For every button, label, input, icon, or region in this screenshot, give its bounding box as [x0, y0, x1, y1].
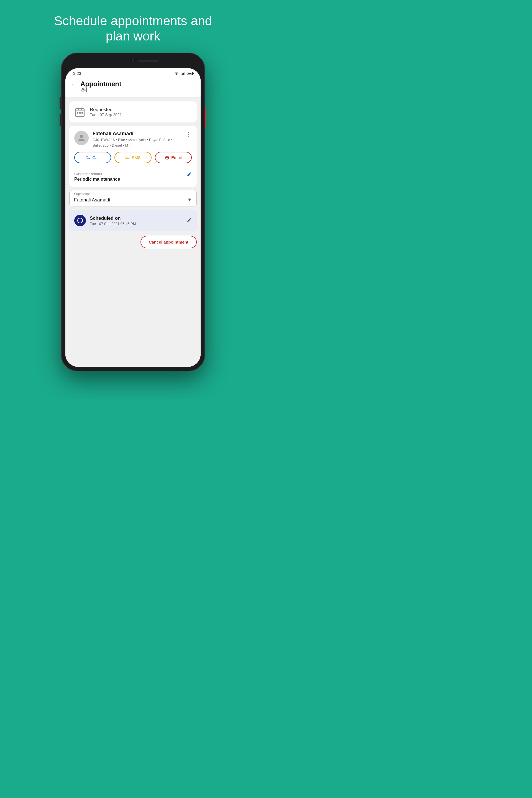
- cancel-section: Cancel appointment: [69, 235, 197, 250]
- svg-rect-4: [184, 72, 185, 75]
- scheduled-edit-button[interactable]: [187, 217, 192, 224]
- scheduled-date: Tue - 07 Sep 2021 05:46 PM: [90, 222, 183, 226]
- svg-point-0: [176, 74, 177, 75]
- supervisor-value: Fatehali Asamadi: [74, 197, 110, 203]
- email-button[interactable]: Email: [155, 152, 192, 163]
- app-bar: ← Appointment @4 ⋮: [65, 77, 201, 97]
- requested-card: Requested Tue - 07 Sep 2021: [69, 101, 197, 122]
- requested-date: Tue - 07 Sep 2021: [90, 113, 122, 117]
- customer-name: Fatehali Asamadi: [93, 131, 182, 137]
- sms-button[interactable]: SMS: [114, 152, 151, 163]
- power-button: [205, 108, 206, 128]
- call-button[interactable]: Call: [74, 152, 111, 163]
- battery-icon: [187, 72, 193, 75]
- scheduled-card: Scheduled on Tue - 07 Sep 2021 05:46 PM: [69, 210, 197, 231]
- supervisor-label: Supervisor: [74, 192, 192, 196]
- avatar: [74, 131, 89, 145]
- back-button[interactable]: ←: [71, 81, 77, 89]
- wifi-icon: [174, 72, 179, 75]
- svg-rect-1: [180, 74, 182, 75]
- avatar-icon: [78, 134, 86, 142]
- screen-content: Requested Tue - 07 Sep 2021: [65, 97, 201, 367]
- volume-down-button: [60, 114, 61, 126]
- volume-up-button: [60, 97, 61, 110]
- customer-card: Fatehali Asamadi GJ01FW4116 • Bike • Mot…: [69, 126, 197, 187]
- phone-body: 3:23: [61, 53, 205, 371]
- call-icon: [86, 155, 90, 160]
- customer-details: GJ01FW4116 • Bike • Motorcycle • Royal E…: [93, 137, 182, 148]
- sms-label: SMS: [132, 155, 141, 160]
- remark-value: Periodic maintenance: [74, 177, 120, 182]
- phone-screen: 3:23: [65, 68, 201, 367]
- status-icons: [174, 72, 193, 75]
- clock-icon: [77, 217, 83, 224]
- page-title: Appointment: [80, 80, 121, 88]
- page-subtitle: @4: [80, 88, 121, 93]
- requested-label: Requested: [90, 107, 122, 113]
- svg-rect-12: [127, 158, 128, 158]
- cancel-appointment-button[interactable]: Cancel appointment: [140, 236, 197, 248]
- svg-rect-2: [182, 73, 183, 75]
- phone-camera: [131, 58, 135, 61]
- dropdown-arrow-icon: ▼: [187, 197, 192, 203]
- phone-mockup: 3:23: [61, 53, 205, 371]
- svg-rect-10: [81, 112, 83, 114]
- scheduled-label: Scheduled on: [90, 215, 183, 221]
- more-menu-button[interactable]: ⋮: [189, 81, 195, 89]
- headline: Schedule appointments andplan work: [37, 0, 229, 53]
- supervisor-field[interactable]: Supervisor Fatehali Asamadi ▼: [69, 190, 197, 206]
- status-bar: 3:23: [65, 68, 201, 77]
- svg-rect-3: [183, 73, 184, 75]
- svg-rect-6: [78, 108, 79, 110]
- action-buttons: Call SMS: [74, 152, 192, 163]
- calendar-icon: [74, 107, 86, 117]
- remark-edit-button[interactable]: [187, 172, 192, 178]
- svg-rect-7: [81, 108, 82, 110]
- call-label: Call: [92, 155, 99, 160]
- phone-speaker: [138, 60, 158, 62]
- email-label: Email: [171, 155, 182, 160]
- clock-icon-wrap: [74, 215, 86, 226]
- email-icon: [165, 155, 169, 160]
- svg-rect-11: [127, 157, 129, 157]
- status-time: 3:23: [73, 71, 81, 76]
- remark-label: Customer remark: [74, 172, 120, 176]
- svg-rect-9: [79, 112, 81, 114]
- customer-menu-button[interactable]: ⋮: [186, 131, 192, 138]
- sms-icon: [125, 155, 130, 160]
- signal-icon: [180, 72, 185, 75]
- remark-section: Customer remark Periodic maintenance: [74, 168, 192, 182]
- svg-rect-8: [77, 112, 78, 114]
